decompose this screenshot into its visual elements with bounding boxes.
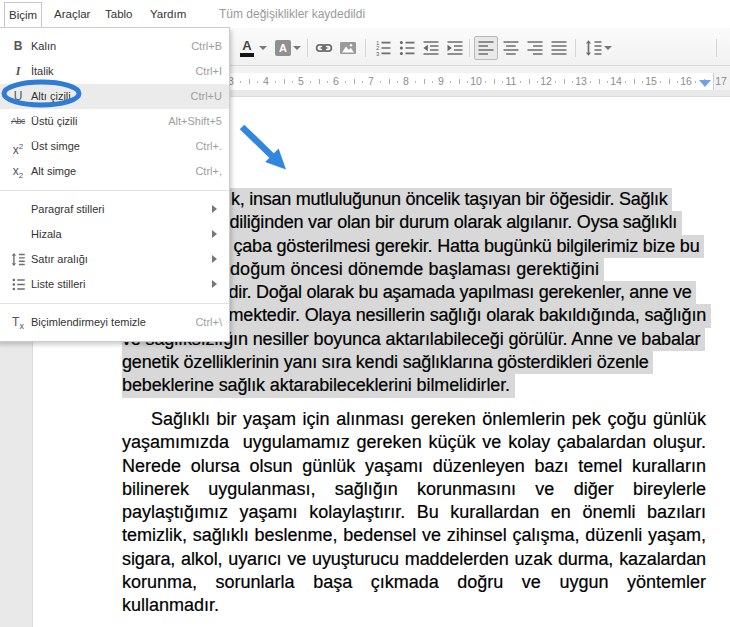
line-spacing-button[interactable] — [582, 36, 606, 60]
highlight-color-caret-icon[interactable] — [293, 46, 301, 50]
ruler-halftick — [424, 79, 425, 84]
right-indent-marker[interactable] — [699, 80, 711, 87]
justify-icon — [550, 39, 568, 57]
text-line: bilinerek uygulanması, sağlığın korunmas… — [122, 478, 706, 501]
ruler-number: 13 — [575, 75, 587, 88]
menu-item-align[interactable]: Hizala — [0, 222, 229, 247]
ruler-quartertick — [555, 81, 556, 83]
submenu-arrow-icon — [212, 230, 217, 238]
text-line: yaşamımızda uygulamamız gereken küçük ve… — [122, 431, 706, 454]
ruler-number: 17 — [715, 75, 727, 88]
ruler-halftick — [284, 79, 285, 84]
ruler-number: 14 — [610, 75, 622, 88]
ruler-halftick — [389, 79, 390, 84]
text-color-caret-icon[interactable] — [259, 46, 267, 50]
ruler-quartertick — [292, 81, 293, 83]
menu-table[interactable]: Tablo — [98, 0, 140, 28]
ruler-number: 10 — [470, 75, 482, 88]
menu-item-clear-formatting[interactable]: Tx Biçimlendirmeyi temizle Ctrl+\ — [0, 310, 229, 335]
ruler-halftick — [669, 79, 670, 84]
menu-item-paragraph-styles[interactable]: Paragraf stilleri — [0, 197, 229, 222]
toolbar-separator — [469, 39, 470, 57]
ruler-quartertick — [310, 81, 311, 83]
align-center-icon — [502, 39, 520, 57]
menu-item-italic[interactable]: I İtalik Ctrl+I — [0, 59, 229, 84]
menu-item-strikethrough[interactable]: Abc Üstü çizili Alt+Shift+5 — [0, 109, 229, 134]
ruler-quartertick — [415, 81, 416, 83]
ruler-quartertick — [677, 81, 678, 83]
ruler-halftick — [319, 79, 320, 84]
image-icon — [339, 39, 357, 57]
menu-item-bold[interactable]: B Kalın Ctrl+B — [0, 34, 229, 59]
ruler-quartertick — [345, 81, 346, 83]
ruler-quartertick — [590, 81, 591, 83]
insert-link-button[interactable] — [312, 36, 336, 60]
ruler-quartertick — [240, 81, 241, 83]
menu-item-list-styles[interactable]: Liste stilleri — [0, 272, 229, 297]
bulleted-list-icon — [398, 39, 416, 57]
increase-indent-icon — [446, 39, 464, 57]
menu-item-underline[interactable]: U Altı çizili Ctrl+U — [0, 84, 229, 109]
text-color-button[interactable]: A — [235, 36, 259, 60]
menu-item-superscript[interactable]: x2 Üst simge Ctrl+. — [0, 134, 229, 159]
ruler-number: 15 — [645, 75, 657, 88]
submenu-arrow-icon — [212, 205, 217, 213]
subscript-icon: x2 — [7, 159, 29, 184]
menu-separator — [0, 190, 229, 191]
ruler-halftick — [529, 79, 530, 84]
justify-button[interactable] — [547, 36, 571, 60]
menu-item-subscript[interactable]: x2 Alt simge Ctrl+, — [0, 159, 229, 184]
ruler-quartertick — [520, 81, 521, 83]
toolbar-separator — [365, 39, 366, 57]
increase-indent-button[interactable] — [443, 36, 467, 60]
ruler-quartertick — [467, 81, 468, 83]
ruler-quartertick — [432, 81, 433, 83]
decrease-indent-button[interactable] — [419, 36, 443, 60]
highlight-color-button[interactable]: A — [271, 36, 295, 60]
ruler-quartertick — [362, 81, 363, 83]
format-menu-dropdown: B Kalın Ctrl+B I İtalik Ctrl+I U Altı çi… — [0, 27, 230, 342]
underline-icon: U — [7, 84, 29, 109]
text-color-icon: A — [242, 40, 251, 52]
svg-text:3: 3 — [376, 51, 380, 57]
ruler-number: 9 — [438, 75, 444, 88]
line-spacing-icon — [585, 39, 603, 57]
ruler-number: 11 — [506, 75, 517, 88]
ruler-halftick — [634, 79, 635, 84]
superscript-icon: x2 — [7, 134, 29, 159]
ruler-halftick — [494, 79, 495, 84]
ruler-halftick — [249, 79, 250, 84]
align-right-button[interactable] — [523, 36, 547, 60]
toolbar-separator — [575, 39, 576, 57]
menu-separator — [0, 303, 229, 304]
ruler-quartertick — [695, 81, 696, 83]
text-line: paylaştığımız yaşamı kolaylaştırır. Bu k… — [122, 501, 706, 524]
ruler-halftick — [459, 79, 460, 84]
italic-icon: I — [7, 59, 29, 84]
ruler-halftick — [599, 79, 600, 84]
highlight-color-icon: A — [275, 40, 291, 56]
menu-tools[interactable]: Araçlar — [47, 0, 97, 28]
justified-paragraph: Sağlıklı bir yaşam için alınması gereken… — [122, 408, 706, 618]
align-center-button[interactable] — [499, 36, 523, 60]
toolbar-separator — [716, 39, 717, 57]
bulleted-list-button[interactable] — [395, 36, 419, 60]
submenu-arrow-icon — [212, 280, 217, 288]
line-spacing-icon — [7, 247, 29, 272]
ruler-quartertick — [257, 81, 258, 83]
align-left-button[interactable] — [474, 36, 498, 60]
text-line: genetik özelliklerinin yanı sıra kendi s… — [122, 351, 706, 374]
line-spacing-caret-icon[interactable] — [604, 46, 612, 50]
numbered-list-button[interactable]: 123 — [371, 36, 395, 60]
menu-help[interactable]: Yardım — [143, 0, 193, 28]
toolbar-separator — [307, 39, 308, 57]
text-line: Nerede olursa olsun günlük yaşamı düzenl… — [122, 455, 706, 478]
insert-image-button[interactable] — [336, 36, 360, 60]
align-left-icon — [477, 39, 495, 57]
menu-item-line-spacing[interactable]: Satır aralığı — [0, 247, 229, 272]
text-line: temizlik, sağlıklı beslenme, bedensel ve… — [122, 524, 706, 547]
menu-format[interactable]: Biçim — [4, 2, 42, 28]
ruler-number: 8 — [403, 75, 409, 88]
numbered-list-icon: 123 — [374, 39, 392, 57]
ruler-quartertick — [537, 81, 538, 83]
